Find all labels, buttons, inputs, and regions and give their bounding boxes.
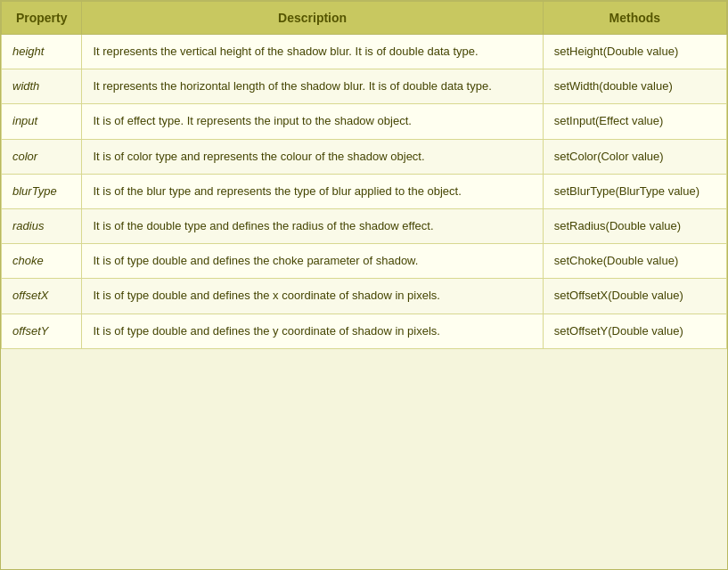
cell-description: It is of type double and defines the x c… (82, 279, 543, 314)
cell-description: It represents the horizontal length of t… (82, 69, 543, 104)
header-description: Description (82, 2, 543, 35)
cell-property: width (2, 69, 82, 104)
cell-methods: setHeight(Double value) (543, 35, 726, 69)
table-wrapper[interactable]: Property Description Methods heightIt re… (0, 0, 728, 570)
cell-description: It is of effect type. It represents the … (82, 104, 543, 139)
cell-property: height (2, 35, 82, 69)
cell-methods: setOffsetX(Double value) (543, 279, 726, 314)
cell-description: It is of the blur type and represents th… (82, 174, 543, 208)
cell-description: It is of the double type and defines the… (82, 208, 543, 243)
table-row: offsetXIt is of type double and defines … (2, 279, 727, 314)
cell-property: offsetY (2, 314, 82, 348)
properties-table: Property Description Methods heightIt re… (1, 1, 727, 349)
table-row: chokeIt is of type double and defines th… (2, 244, 727, 279)
cell-methods: setChoke(Double value) (543, 244, 726, 279)
cell-description: It is of type double and defines the y c… (82, 314, 543, 348)
cell-property: choke (2, 244, 82, 279)
cell-methods: setRadius(Double value) (543, 208, 726, 243)
header-property: Property (2, 2, 82, 35)
table-row: blurTypeIt is of the blur type and repre… (2, 174, 727, 208)
cell-methods: setInput(Effect value) (543, 104, 726, 139)
table-row: offsetYIt is of type double and defines … (2, 314, 727, 348)
table-header-row: Property Description Methods (2, 2, 727, 35)
cell-methods: setColor(Color value) (543, 139, 726, 174)
cell-property: input (2, 104, 82, 139)
cell-description: It represents the vertical height of the… (82, 35, 543, 69)
cell-property: color (2, 139, 82, 174)
cell-methods: setWidth(double value) (543, 69, 726, 104)
table-row: widthIt represents the horizontal length… (2, 69, 727, 104)
cell-property: offsetX (2, 279, 82, 314)
cell-property: radius (2, 208, 82, 243)
cell-description: It is of color type and represents the c… (82, 139, 543, 174)
table-row: radiusIt is of the double type and defin… (2, 208, 727, 243)
cell-methods: setOffsetY(Double value) (543, 314, 726, 348)
cell-description: It is of type double and defines the cho… (82, 244, 543, 279)
cell-methods: setBlurType(BlurType value) (543, 174, 726, 208)
cell-property: blurType (2, 174, 82, 208)
table-row: colorIt is of color type and represents … (2, 139, 727, 174)
table-row: inputIt is of effect type. It represents… (2, 104, 727, 139)
table-row: heightIt represents the vertical height … (2, 35, 727, 69)
header-methods: Methods (543, 2, 726, 35)
